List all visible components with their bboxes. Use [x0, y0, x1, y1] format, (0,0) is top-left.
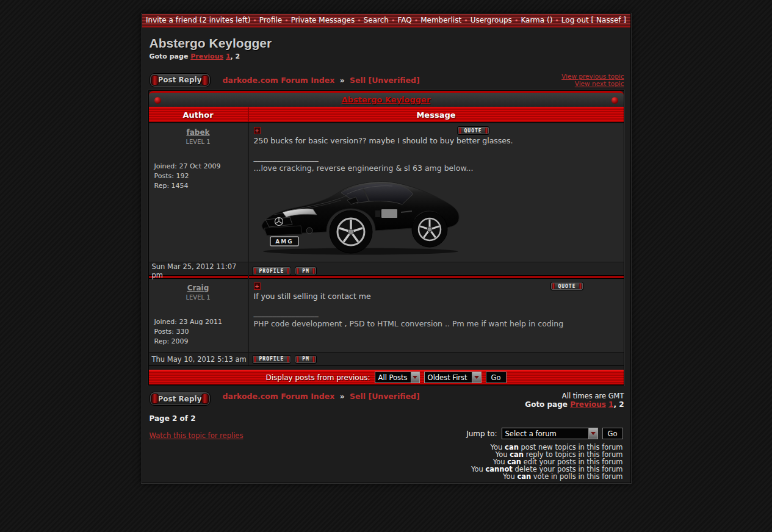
- post-row: fabek LEVEL 1 Joined: 27 Oct 2009 Posts:…: [149, 123, 624, 262]
- goto-label: Goto page: [150, 52, 189, 60]
- table-header-row: Author Message: [149, 107, 624, 123]
- jump-to-go-button[interactable]: Go: [602, 428, 623, 439]
- topic-title-link[interactable]: Abstergo Keylogger: [342, 95, 431, 104]
- profile-button[interactable]: PROFILE: [252, 267, 292, 275]
- table-gap: [149, 365, 624, 370]
- bottom-toolbar: Post Reply darkode.com Forum Index » Sel…: [150, 392, 624, 409]
- page-title: Abstergo Keylogger: [150, 36, 630, 51]
- permissions-list: You can post new topics in this forum Yo…: [466, 444, 622, 480]
- breadcrumb-separator: »: [340, 76, 345, 85]
- goto-rest: , 2: [231, 52, 240, 60]
- nav-memberlist[interactable]: Memberlist: [420, 16, 461, 24]
- goto-page-1-link[interactable]: 1: [226, 52, 231, 60]
- pm-label: PM: [302, 356, 309, 362]
- breadcrumb-forum-index-link[interactable]: darkode.com Forum Index: [223, 76, 335, 85]
- view-previous-topic-link[interactable]: View previous topic: [561, 73, 624, 80]
- post-icon: +: [254, 282, 261, 290]
- nav-separator: •: [464, 16, 468, 24]
- nav-separator: •: [555, 16, 559, 24]
- post-reply-button[interactable]: Post Reply: [150, 73, 211, 87]
- nav-karma[interactable]: Karma (): [521, 16, 552, 24]
- footer-columns: Watch this topic for replies Jump to: Se…: [150, 428, 623, 480]
- goto-page-bottom: Goto page Previous 1, 2: [525, 400, 624, 409]
- order-select-value: Oldest First: [425, 372, 472, 383]
- topic-title-bar: Abstergo Keylogger: [149, 91, 624, 107]
- author-rep: Rep: 2009: [154, 337, 248, 347]
- author-username-link[interactable]: Craig: [187, 284, 209, 292]
- post-row: Craig LEVEL 1 Joined: 23 Aug 2011 Posts:…: [149, 279, 624, 352]
- breadcrumb-section-link[interactable]: Sell [Unverified]: [350, 392, 420, 401]
- jump-to-select[interactable]: Select a forum: [502, 428, 598, 439]
- post-timestamp: Thu May 10, 2012 5:13 am: [149, 353, 249, 365]
- jump-to-label: Jump to:: [466, 430, 497, 438]
- pm-button[interactable]: PM: [295, 355, 317, 364]
- author-username-link[interactable]: fabek: [186, 128, 209, 137]
- message-cell: + QUOTE If you still selling it contact …: [249, 279, 624, 352]
- post-footer-row: Sun Mar 25, 2012 11:07 pm PROFILE PM: [149, 262, 624, 275]
- post-timestamp: Sun Mar 25, 2012 11:07 pm: [149, 262, 249, 279]
- author-level: LEVEL 1: [149, 138, 248, 145]
- pm-button[interactable]: PM: [295, 267, 317, 275]
- permission-line: You can vote in polls in this forum: [466, 473, 622, 480]
- nav-separator: •: [253, 16, 257, 24]
- nav-invite-friend[interactable]: Invite a friend (2 invites left): [146, 16, 250, 24]
- display-posts-order-select[interactable]: Oldest First: [424, 372, 482, 383]
- nav-separator: •: [391, 16, 395, 24]
- nav-faq[interactable]: FAQ: [397, 16, 411, 24]
- quote-label: QUOTE: [464, 128, 482, 134]
- forum-page: Invite a friend (2 invites left)• Profil…: [142, 13, 631, 483]
- nav-usergroups[interactable]: Usergroups: [471, 16, 512, 24]
- post-reply-label: Post Reply: [158, 76, 202, 84]
- post-reply-button[interactable]: Post Reply: [150, 392, 211, 406]
- nav-separator: •: [284, 16, 289, 24]
- watch-topic-link[interactable]: Watch this topic for replies: [150, 431, 244, 480]
- display-posts-go-button[interactable]: Go: [486, 372, 507, 383]
- author-post-count: Posts: 330: [154, 327, 248, 337]
- author-cell: Craig LEVEL 1 Joined: 23 Aug 2011 Posts:…: [149, 279, 249, 352]
- post-icon: +: [254, 127, 261, 134]
- jump-to-row: Jump to: Select a forum Go: [466, 428, 622, 439]
- quote-button[interactable]: QUOTE: [550, 282, 583, 290]
- goto-rest: , 2: [613, 400, 624, 409]
- post-body-text: 250 bucks for basic version?? maybe I sh…: [254, 136, 619, 145]
- nav-separator: •: [357, 16, 361, 24]
- display-posts-filter-select[interactable]: All Posts: [375, 372, 420, 383]
- display-posts-label: Display posts from previous:: [265, 373, 370, 382]
- car-image: AMG: [256, 176, 619, 257]
- author-joined: Joined: 27 Oct 2009: [154, 162, 248, 171]
- goto-label: Goto page: [525, 400, 568, 409]
- nav-logout[interactable]: Log out [ Nassef ]: [561, 16, 626, 24]
- goto-previous-link[interactable]: Previous: [190, 52, 223, 60]
- nav-search[interactable]: Search: [364, 16, 389, 24]
- breadcrumb-forum-index-link[interactable]: darkode.com Forum Index: [223, 392, 335, 401]
- top-navbar: Invite a friend (2 invites left)• Profil…: [142, 14, 630, 27]
- display-posts-bar: Display posts from previous: All Posts O…: [149, 370, 624, 385]
- times-block: All times are GMT Goto page Previous 1, …: [525, 392, 624, 409]
- red-dot-icon: [154, 97, 161, 104]
- nav-profile[interactable]: Profile: [259, 16, 282, 24]
- view-next-topic-link[interactable]: View next topic: [561, 80, 624, 87]
- breadcrumb-section-link[interactable]: Sell [Unverified]: [350, 76, 420, 85]
- footer-right-column: Jump to: Select a forum Go You can post …: [466, 428, 622, 480]
- signature-text: ...love cracking, reverse engineering & …: [254, 164, 619, 173]
- pm-label: PM: [302, 268, 309, 274]
- filter-select-value: All Posts: [375, 372, 411, 383]
- profile-button[interactable]: PROFILE: [252, 355, 292, 364]
- breadcrumb: darkode.com Forum Index » Sell [Unverifi…: [223, 392, 420, 401]
- author-stats: Joined: 23 Aug 2011 Posts: 330 Rep: 2009: [154, 317, 248, 347]
- nav-separator: •: [414, 16, 419, 24]
- post-footer-row: Thu May 10, 2012 5:13 am PROFILE PM: [149, 352, 624, 365]
- quote-button[interactable]: QUOTE: [457, 126, 489, 135]
- topic-navigation-links: View previous topic View next topic: [561, 73, 624, 87]
- author-level: LEVEL 1: [149, 294, 248, 301]
- message-cell: + QUOTE 250 bucks for basic version?? ma…: [249, 123, 624, 262]
- author-post-count: Posts: 192: [154, 171, 248, 181]
- goto-page-top: Goto page Previous 1, 2: [150, 52, 630, 60]
- topic-table: Abstergo Keylogger Author Message fabek …: [148, 90, 624, 386]
- goto-previous-link[interactable]: Previous: [570, 400, 606, 409]
- post-reply-label: Post Reply: [158, 395, 202, 403]
- page-indicator: Page 2 of 2: [150, 414, 630, 423]
- nav-private-messages[interactable]: Private Messages: [291, 16, 355, 24]
- breadcrumb-separator: »: [340, 392, 345, 401]
- author-cell: fabek LEVEL 1 Joined: 27 Oct 2009 Posts:…: [149, 123, 249, 262]
